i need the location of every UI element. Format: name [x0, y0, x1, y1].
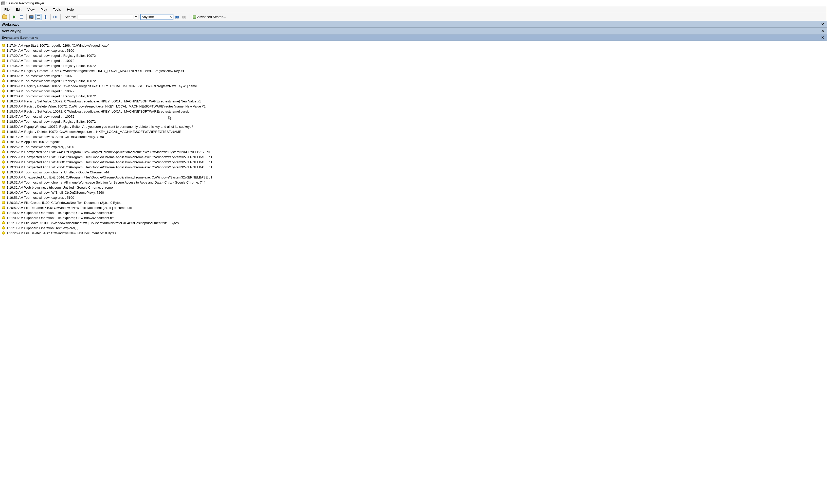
event-row[interactable]: 1:18:36 AM Registry Delete Value: 10072:… [1, 104, 826, 109]
event-row[interactable]: 1:18:00 AM Top-most window: regedit, , 1… [1, 73, 826, 79]
event-bullet-icon [2, 54, 5, 57]
play-button[interactable] [11, 14, 18, 20]
event-row[interactable]: 1:19:30 AM Unexpected App Exit: 9864: C:… [1, 165, 826, 170]
event-text: 1:19:40 AM Top-most window: WfShell, Ctx… [7, 190, 825, 195]
event-row[interactable]: 1:18:36 AM Registry Set Value: 10072: C:… [1, 109, 826, 114]
event-text: 1:19:29 AM Unexpected App Exit: 4860: C:… [7, 160, 825, 164]
event-row[interactable]: 1:19:27 AM Unexpected App Exit: 5084: C:… [1, 155, 826, 160]
event-row[interactable]: 1:18:16 AM Top-most window: regedit, , 1… [1, 89, 826, 94]
time-filter-select[interactable]: Anytime [140, 14, 174, 20]
event-row[interactable]: 1:19:14 AM Top-most window: WfShell, Ctx… [1, 134, 826, 140]
event-bullet-icon [2, 165, 5, 168]
menu-help[interactable]: Help [64, 7, 76, 12]
event-row[interactable]: 1:21:11 AM Clipboard Operation: Text, ex… [1, 225, 826, 231]
event-row[interactable]: 1:19:40 AM Top-most window: WfShell, Ctx… [1, 190, 826, 195]
event-text: 1:20:33 AM File Create: 5100: C:\Windows… [7, 201, 825, 205]
event-row[interactable]: 1:17:33 AM Top-most window: regedit, , 1… [1, 58, 826, 63]
event-row[interactable]: 1:19:29 AM Unexpected App Exit: 4860: C:… [1, 160, 826, 165]
menu-play[interactable]: Play [38, 7, 49, 12]
event-row[interactable]: 1:19:32 AM Top-most window: chrome, All … [1, 180, 826, 185]
search-prev-button[interactable] [181, 14, 188, 20]
advanced-search-button[interactable]: Advanced Search... [191, 14, 228, 20]
event-bullet-icon [2, 206, 5, 209]
event-bullet-icon [2, 49, 5, 52]
event-row[interactable]: 1:18:20 AM Top-most window: regedit, Reg… [1, 94, 826, 99]
event-text: 1:19:53 AM Top-most window: explorer, , … [7, 196, 825, 200]
event-bullet-icon [2, 186, 5, 189]
event-text: 1:18:16 AM Top-most window: regedit, , 1… [7, 89, 825, 94]
event-text: 1:18:06 AM Registry Rename: 10072: C:\Wi… [7, 84, 825, 89]
chevron-down-icon [135, 16, 137, 17]
now-playing-pane-header[interactable]: Now Playing ✕ [0, 28, 827, 34]
event-row[interactable]: 1:20:33 AM File Create: 5100: C:\Windows… [1, 200, 826, 205]
event-text: 1:19:30 AM Unexpected App Exit: 9864: C:… [7, 165, 825, 169]
scale-to-fit-button[interactable] [35, 14, 42, 20]
event-row[interactable]: 1:18:02 AM Top-most window: regedit, Reg… [1, 79, 826, 84]
event-row[interactable]: 1:19:26 AM Unexpected App Exit: 744: C:\… [1, 150, 826, 155]
event-row[interactable]: 1:19:30 AM Unexpected App Exit: 6644: C:… [1, 175, 826, 180]
event-bullet-icon [2, 95, 5, 98]
search-input[interactable] [78, 14, 133, 20]
events-pane-header[interactable]: Events and Bookmarks ✕ [0, 34, 827, 41]
stop-button[interactable] [18, 14, 25, 20]
search-label: Search: [65, 15, 76, 19]
now-playing-close-button[interactable]: ✕ [820, 29, 825, 33]
menu-tools[interactable]: Tools [51, 7, 63, 12]
event-text: 1:21:11 AM Clipboard Operation: Text, ex… [7, 226, 825, 231]
event-text: 1:18:50 AM Popup Window: 10072, Registry… [7, 124, 825, 129]
event-text: 1:21:11 AM File Move: 5100: C:\Windows\d… [7, 221, 825, 225]
app-icon [1, 2, 5, 5]
event-text: 1:18:50 AM Top-most window: regedit, Reg… [7, 119, 825, 124]
event-row[interactable]: 1:21:09 AM Clipboard Operation: File, ex… [1, 215, 826, 220]
event-list[interactable]: 1:17:04 AM App Start: 10072: regedit: 62… [1, 43, 826, 503]
event-row[interactable]: 1:17:04 AM App Start: 10072: regedit: 62… [1, 43, 826, 48]
events-pane-title: Events and Bookmarks [2, 36, 38, 40]
event-row[interactable]: 1:17:04 AM Top-most window: explorer, , … [1, 48, 826, 53]
event-text: 1:19:30 AM Unexpected App Exit: 6644: C:… [7, 175, 825, 180]
search-dropdown-button[interactable] [134, 14, 138, 20]
event-row[interactable]: 1:20:52 AM File Rename: 5100: C:\Windows… [1, 205, 826, 210]
event-bullet-icon [2, 160, 5, 163]
open-button[interactable] [1, 14, 8, 20]
menu-file[interactable]: File [2, 7, 12, 12]
event-text: 1:17:33 AM Top-most window: regedit, , 1… [7, 59, 825, 63]
event-row[interactable]: 1:19:14 AM App End: 10072: regedit [1, 140, 826, 145]
event-row[interactable]: 1:17:36 AM Registry Create: 10072: C:\Wi… [1, 68, 826, 73]
event-row[interactable]: 1:17:36 AM Top-most window: regedit, Reg… [1, 63, 826, 68]
advanced-search-icon [193, 15, 196, 19]
workspace-pane-header[interactable]: Workspace ✕ [0, 21, 827, 28]
event-text: 1:17:20 AM Top-most window: regedit, Reg… [7, 53, 825, 58]
event-row[interactable]: 1:21:26 AM File Delete: 5100: C:\Windows… [1, 231, 826, 236]
event-bullet-icon [2, 79, 5, 83]
event-row[interactable]: 1:18:50 AM Popup Window: 10072, Registry… [1, 124, 826, 129]
toolbar: Search: Anytime Advanced Search... [0, 13, 827, 21]
event-row[interactable]: 1:18:51 AM Registry Delete: 10072: C:\Wi… [1, 129, 826, 134]
events-close-button[interactable]: ✕ [820, 36, 825, 40]
menu-bar: File Edit View Play Tools Help [0, 6, 827, 13]
event-bullet-icon [2, 59, 5, 62]
menu-view[interactable]: View [25, 7, 37, 12]
menu-edit[interactable]: Edit [13, 7, 24, 12]
panning-button[interactable] [42, 14, 49, 20]
event-bullet-icon [2, 221, 5, 224]
event-bullet-icon [2, 64, 5, 67]
event-row[interactable]: 1:21:11 AM File Move: 5100: C:\Windows\d… [1, 220, 826, 225]
workspace-pane-title: Workspace [2, 22, 19, 27]
event-row[interactable]: 1:19:53 AM Top-most window: explorer, , … [1, 195, 826, 200]
search-next-button[interactable] [174, 14, 181, 20]
workspace-close-button[interactable]: ✕ [820, 22, 825, 27]
event-row[interactable]: 1:19:30 AM Top-most window: chrome, Unti… [1, 170, 826, 175]
event-row[interactable]: 1:21:09 AM Clipboard Operation: File, ex… [1, 210, 826, 215]
event-row[interactable]: 1:19:25 AM Top-most window: explorer, , … [1, 145, 826, 150]
fullscreen-button[interactable] [28, 14, 35, 20]
event-row[interactable]: 1:18:20 AM Registry Set Value: 10072: C:… [1, 99, 826, 104]
event-text: 1:21:09 AM Clipboard Operation: File, ex… [7, 216, 825, 220]
event-row[interactable]: 1:17:20 AM Top-most window: regedit, Reg… [1, 53, 826, 58]
toolbar-separator [9, 14, 10, 20]
event-row[interactable]: 1:19:32 AM Web browsing: citrix.com, Unt… [1, 185, 826, 190]
event-row[interactable]: 1:18:47 AM Top-most window: regedit, , 1… [1, 114, 826, 119]
fast-forward-button[interactable] [52, 14, 59, 20]
event-text: 1:18:47 AM Top-most window: regedit, , 1… [7, 114, 825, 119]
event-row[interactable]: 1:18:50 AM Top-most window: regedit, Reg… [1, 119, 826, 124]
event-row[interactable]: 1:18:06 AM Registry Rename: 10072: C:\Wi… [1, 84, 826, 89]
